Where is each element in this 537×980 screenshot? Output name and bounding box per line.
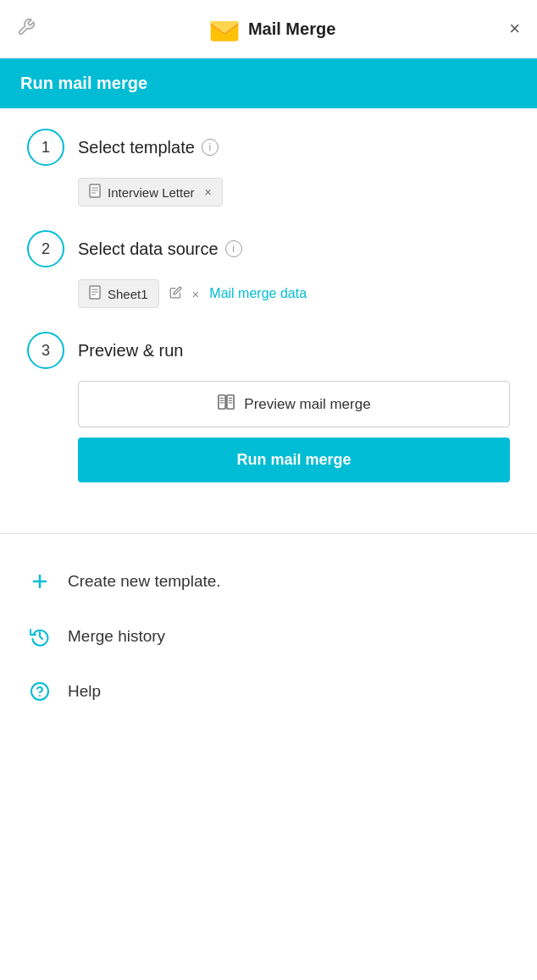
step-2-content: Sheet1 × Mail merge data	[78, 279, 510, 308]
template-chip: Interview Letter ×	[78, 178, 223, 206]
step-1: 1 Select template i Interview Letter ×	[27, 129, 510, 206]
run-mail-merge-button[interactable]: Run mail merge	[78, 438, 510, 482]
step-1-header: 1 Select template i	[27, 129, 510, 166]
create-template-label: Create new template.	[68, 572, 221, 591]
step-2: 2 Select data source i	[27, 230, 510, 308]
app-header: Mail Merge ×	[0, 0, 537, 58]
history-icon	[27, 626, 53, 647]
merge-history-item[interactable]: Merge history	[27, 609, 510, 664]
step-3-header: 3 Preview & run	[27, 332, 510, 369]
preview-icon	[217, 394, 235, 415]
step-2-info-icon[interactable]: i	[225, 240, 242, 257]
step-1-label: Select template i	[78, 138, 219, 157]
create-template-item[interactable]: Create new template.	[27, 554, 510, 609]
help-icon	[27, 681, 53, 702]
template-doc-icon	[89, 184, 101, 201]
close-button[interactable]: ×	[509, 19, 520, 38]
datasource-name: Sheet1	[108, 287, 148, 301]
step-3-content: Preview mail merge Run mail merge	[78, 381, 510, 482]
run-button-label: Run mail merge	[236, 451, 351, 469]
plus-icon	[27, 571, 53, 592]
svg-rect-12	[227, 395, 234, 409]
datasource-remove-icon[interactable]: ×	[192, 287, 200, 301]
main-content: 1 Select template i Interview Letter ×	[0, 108, 537, 526]
svg-rect-11	[219, 395, 225, 409]
step-3: 3 Preview & run	[27, 332, 510, 482]
mail-merge-data-link[interactable]: Mail merge data	[209, 286, 307, 301]
banner: Run mail merge	[0, 58, 537, 108]
help-label: Help	[68, 682, 101, 701]
banner-title: Run mail merge	[20, 74, 147, 92]
datasource-chip: Sheet1	[78, 279, 159, 308]
datasource-doc-icon	[89, 285, 101, 302]
app-logo-icon	[209, 14, 240, 44]
footer-menu: Create new template. Merge history Help	[0, 554, 537, 719]
datasource-edit-icon[interactable]	[169, 286, 182, 301]
app-title-group: Mail Merge	[209, 14, 335, 44]
step-2-header: 2 Select data source i	[27, 230, 510, 267]
step-3-number: 3	[27, 332, 64, 369]
template-remove-button[interactable]: ×	[205, 185, 212, 199]
step-3-label: Preview & run	[78, 341, 184, 361]
preview-mail-merge-button[interactable]: Preview mail merge	[78, 381, 510, 427]
step-1-number: 1	[27, 129, 64, 166]
step-1-content: Interview Letter ×	[78, 178, 510, 206]
preview-button-label: Preview mail merge	[244, 396, 370, 413]
step-2-number: 2	[27, 230, 64, 267]
app-title: Mail Merge	[248, 19, 335, 39]
help-item[interactable]: Help	[27, 664, 510, 719]
step-2-label: Select data source i	[78, 239, 242, 259]
merge-history-label: Merge history	[68, 627, 165, 646]
step-1-info-icon[interactable]: i	[202, 139, 219, 156]
data-source-row: Sheet1 × Mail merge data	[78, 279, 510, 308]
tool-icon[interactable]	[17, 18, 36, 40]
section-divider	[0, 533, 537, 534]
template-name: Interview Letter	[108, 185, 195, 200]
